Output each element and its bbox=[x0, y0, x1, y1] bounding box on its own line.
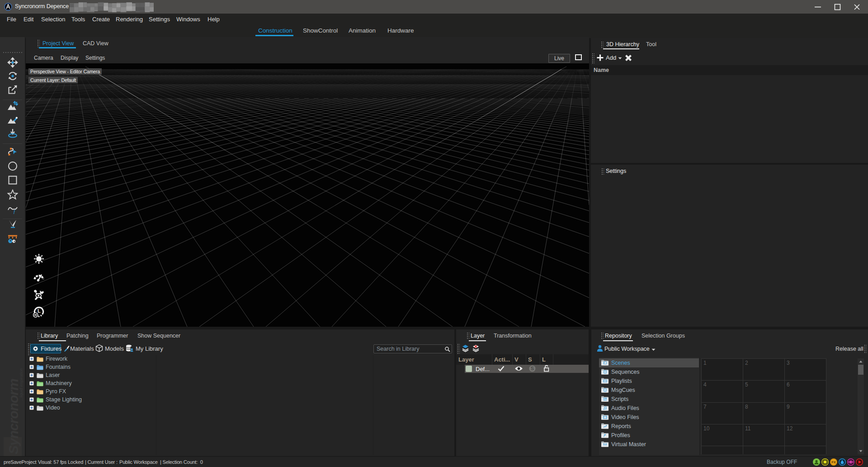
svg-text:Abc: Abc bbox=[603, 398, 607, 400]
svg-text:L: L bbox=[38, 308, 41, 314]
svg-text:...liquid inspiration: ...liquid inspiration bbox=[19, 368, 24, 401]
svg-text:FX: FX bbox=[831, 460, 836, 464]
svg-text:S: S bbox=[531, 366, 534, 371]
